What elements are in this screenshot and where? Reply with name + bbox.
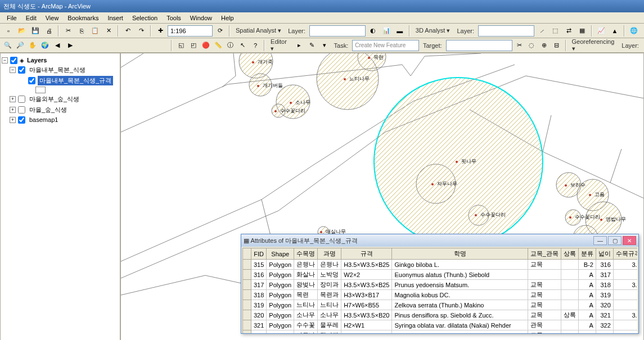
cell[interactable]: 318 bbox=[251, 290, 267, 300]
cell[interactable]: H3.5×W3.5×B20 bbox=[341, 310, 392, 320]
tool-c-icon[interactable]: ▬ bbox=[394, 25, 406, 37]
minimize-button[interactable]: — bbox=[593, 236, 607, 245]
tool-j-icon[interactable]: 🌐 bbox=[628, 25, 640, 37]
cell[interactable]: 목련과 bbox=[318, 290, 341, 300]
col-header[interactable]: 상록 bbox=[561, 248, 578, 260]
maximize-button[interactable]: ▢ bbox=[608, 236, 622, 245]
undo-icon[interactable]: ↶ bbox=[121, 25, 134, 37]
cell[interactable]: B-3 bbox=[578, 330, 596, 334]
cell[interactable]: Polygon bbox=[267, 330, 294, 334]
find-icon[interactable]: 🔴 bbox=[200, 39, 211, 52]
georef-dropdown[interactable]: Georeferencing ▾ bbox=[569, 37, 618, 53]
feature-point[interactable] bbox=[290, 102, 292, 104]
layers-check[interactable] bbox=[10, 57, 17, 64]
3d-analyst-dropdown[interactable]: 3D Analyst ▾ bbox=[413, 26, 453, 35]
cell[interactable]: 316 bbox=[596, 260, 613, 270]
cell[interactable]: 2 bbox=[613, 270, 637, 280]
cell[interactable]: A bbox=[578, 270, 596, 280]
edit-tool-icon[interactable]: ▸ bbox=[294, 39, 305, 52]
cell[interactable]: 317 bbox=[596, 270, 613, 280]
cell[interactable]: H3.5×W3.5×B25 bbox=[341, 260, 392, 270]
toc-item[interactable]: 마을내부_목본_식생_규격 bbox=[2, 75, 119, 86]
copy-icon[interactable]: ⎘ bbox=[75, 25, 88, 37]
zoom-in-icon[interactable]: 🔍 bbox=[2, 39, 13, 52]
table-row[interactable]: 322Polygon자두나장미과H2.5×W3×B20Prunus salici… bbox=[243, 330, 638, 334]
expand-icon[interactable]: + bbox=[10, 96, 16, 102]
attr-titlebar[interactable]: ▦ Attributes of 마을내부_목본_식생_규격 — ▢ ✕ bbox=[241, 234, 638, 247]
menu-selection[interactable]: Selection bbox=[128, 13, 162, 22]
cell[interactable]: W2×2 bbox=[341, 270, 392, 280]
cell[interactable]: 은행나 bbox=[318, 260, 341, 270]
cell[interactable]: 교목 bbox=[528, 260, 561, 270]
cell[interactable]: 3 bbox=[613, 290, 637, 300]
toc-item[interactable]: +마을_숲_식생 bbox=[2, 105, 119, 115]
menu-edit[interactable]: Edit bbox=[21, 13, 41, 22]
expand-icon[interactable]: + bbox=[10, 107, 16, 113]
feature-point[interactable] bbox=[368, 57, 370, 59]
cell[interactable] bbox=[561, 320, 578, 330]
table-row[interactable]: 320Polygon소나무소나무H3.5×W3.5×B20Pinus densi… bbox=[243, 310, 638, 320]
table-row[interactable]: 315Polygon은행나은행나H3.5×W3.5×B25Ginkgo bilo… bbox=[243, 260, 638, 270]
layer-checkbox[interactable] bbox=[18, 66, 25, 74]
select-icon[interactable]: ◱ bbox=[175, 39, 186, 52]
cell[interactable]: B-2 bbox=[578, 260, 596, 270]
cell[interactable]: H2.5×W3×B20 bbox=[341, 330, 392, 334]
tool-a-icon[interactable]: ◐ bbox=[367, 25, 379, 37]
refresh-icon[interactable]: ⟳ bbox=[214, 25, 226, 37]
add-layer-icon[interactable]: ✚ bbox=[154, 25, 166, 37]
edit-a-icon[interactable]: ✂ bbox=[514, 39, 525, 52]
feature-point[interactable] bbox=[274, 110, 277, 112]
cell[interactable]: 3.5 bbox=[613, 260, 637, 270]
editor-dropdown[interactable]: Editor ▾ bbox=[268, 37, 292, 53]
layer-checkbox[interactable] bbox=[18, 106, 25, 114]
cell[interactable]: 상록 bbox=[561, 310, 578, 320]
cell[interactable]: 316 bbox=[251, 270, 267, 280]
tool-i-icon[interactable]: ▲ bbox=[609, 25, 621, 37]
col-header[interactable]: 학명 bbox=[392, 248, 528, 260]
cell[interactable]: Euonymus alatus (Thunb.) Siebold bbox=[392, 270, 528, 280]
cell[interactable]: Magnolia kobus DC. bbox=[392, 290, 528, 300]
layer-label[interactable]: 마을내부_목본_식생_규격 bbox=[38, 76, 113, 85]
table-row[interactable]: 316Polygon화살나노박덩W2×2Euonymus alatus (Thu… bbox=[243, 270, 638, 280]
cell[interactable]: Polygon bbox=[267, 300, 294, 310]
cell[interactable]: 320 bbox=[251, 310, 267, 320]
table-row[interactable]: 319Polygon느티나느티나H7×W6×B55Zelkova serrata… bbox=[243, 300, 638, 310]
cell[interactable]: 교목 bbox=[528, 290, 561, 300]
back-icon[interactable]: ◀ bbox=[52, 39, 63, 52]
cell[interactable]: 3.5 bbox=[613, 310, 637, 320]
layer-label[interactable]: 마을내부_목본_식생 bbox=[28, 65, 87, 75]
cell[interactable]: Pinus densiflora sp. Siebold & Zucc. bbox=[392, 310, 528, 320]
feature-point[interactable] bbox=[475, 214, 477, 216]
cell[interactable]: 교목 bbox=[528, 310, 561, 320]
col-header[interactable]: FID bbox=[251, 248, 267, 260]
col-header[interactable]: Shape bbox=[267, 248, 294, 260]
cell[interactable] bbox=[561, 330, 578, 334]
cell[interactable]: 왕벚나 bbox=[294, 280, 318, 290]
cell[interactable]: 1 bbox=[613, 320, 637, 330]
cell[interactable]: 319 bbox=[251, 300, 267, 310]
menu-help[interactable]: Help bbox=[217, 13, 238, 22]
menu-bookmarks[interactable]: Bookmarks bbox=[63, 13, 103, 22]
cell[interactable]: Polygon bbox=[267, 280, 294, 290]
feature-point[interactable] bbox=[600, 219, 602, 221]
edit-vert-icon[interactable]: ▾ bbox=[319, 39, 330, 52]
edit-b-icon[interactable]: ◌ bbox=[526, 39, 537, 52]
layer-label[interactable]: 마을_숲_식생 bbox=[28, 105, 69, 115]
table-row[interactable]: 321Polygon수수꽃물푸레H2×W1Syringa oblata var.… bbox=[243, 320, 638, 330]
feature-point[interactable] bbox=[589, 194, 591, 196]
cell[interactable]: Syringa oblata var. dilatata (Nakai) Reh… bbox=[392, 320, 528, 330]
cell[interactable]: 장미과 bbox=[318, 280, 341, 290]
scale-input[interactable] bbox=[168, 25, 213, 37]
cell[interactable]: 교목 bbox=[528, 300, 561, 310]
tool-e-icon[interactable]: ⬚ bbox=[549, 25, 561, 37]
attribute-window[interactable]: ▦ Attributes of 마을내부_목본_식생_규격 — ▢ ✕ FIDS… bbox=[241, 234, 639, 334]
layer-combo-2[interactable] bbox=[478, 25, 534, 37]
cell[interactable]: H7×W6×B55 bbox=[341, 300, 392, 310]
layer-label[interactable]: basemap1 bbox=[28, 116, 60, 124]
cell[interactable]: A bbox=[578, 290, 596, 300]
cell[interactable] bbox=[528, 270, 561, 280]
cell[interactable]: Polygon bbox=[267, 290, 294, 300]
cell[interactable] bbox=[561, 280, 578, 290]
zoom-out-icon[interactable]: 🔎 bbox=[15, 39, 26, 52]
pan-icon[interactable]: ✋ bbox=[27, 39, 38, 52]
